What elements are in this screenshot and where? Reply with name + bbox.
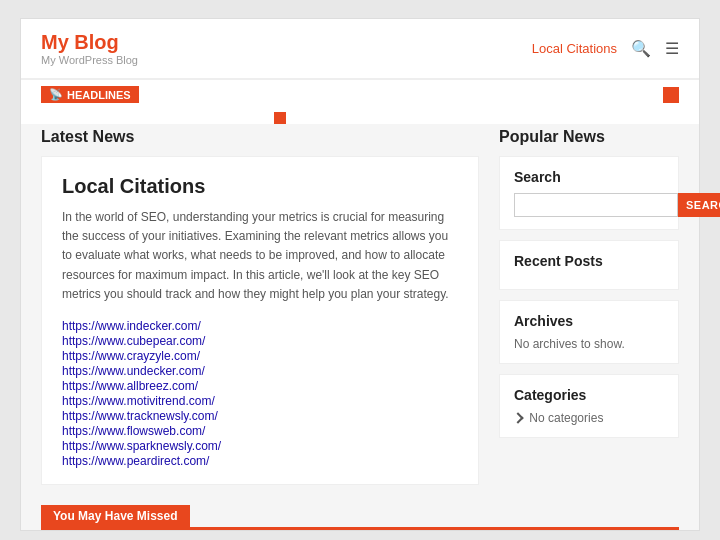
article-link[interactable]: https://www.motivitrend.com/ xyxy=(62,394,215,408)
article-link[interactable]: https://www.crayzyle.com/ xyxy=(62,349,200,363)
categories-text: No categories xyxy=(514,411,664,425)
article-link[interactable]: https://www.allbreez.com/ xyxy=(62,379,198,393)
content-area: Latest News Local Citations In the world… xyxy=(21,128,699,501)
headlines-badge: 📡 HEADLINES xyxy=(41,86,139,103)
article-link[interactable]: https://www.cubepear.com/ xyxy=(62,334,205,348)
site-header: My Blog My WordPress Blog Local Citation… xyxy=(21,19,699,79)
archives-box: Archives No archives to show. xyxy=(499,300,679,364)
popular-news-title: Popular News xyxy=(499,128,679,146)
article-link[interactable]: https://www.sparknewsly.com/ xyxy=(62,439,221,453)
recent-posts-title: Recent Posts xyxy=(514,253,664,269)
recent-posts-box: Recent Posts xyxy=(499,240,679,290)
headlines-right-decoration xyxy=(663,87,679,103)
antenna-icon: 📡 xyxy=(49,88,63,101)
blog-subtitle: My WordPress Blog xyxy=(41,54,138,66)
headlines-label: HEADLINES xyxy=(67,89,131,101)
categories-title: Categories xyxy=(514,387,664,403)
left-column: Latest News Local Citations In the world… xyxy=(41,128,479,485)
chevron-icon xyxy=(512,412,523,423)
orange-divider xyxy=(41,527,679,530)
article-link[interactable]: https://www.peardirect.com/ xyxy=(62,454,209,468)
hamburger-icon[interactable]: ☰ xyxy=(665,39,679,58)
header-branding: My Blog My WordPress Blog xyxy=(41,31,138,66)
bottom-bar: You May Have Missed xyxy=(21,505,699,530)
search-icon[interactable]: 🔍 xyxy=(631,39,651,58)
accent-wrap xyxy=(21,109,699,124)
headlines-bar: 📡 HEADLINES xyxy=(21,79,699,109)
article-card: Local Citations In the world of SEO, und… xyxy=(41,156,479,485)
categories-box: Categories No categories xyxy=(499,374,679,438)
archives-text: No archives to show. xyxy=(514,337,664,351)
article-title: Local Citations xyxy=(62,175,458,198)
latest-news-title: Latest News xyxy=(41,128,479,146)
archives-title: Archives xyxy=(514,313,664,329)
search-row: SEARCH xyxy=(514,193,664,217)
blog-title: My Blog xyxy=(41,31,138,54)
article-link[interactable]: https://www.tracknewsly.com/ xyxy=(62,409,218,423)
you-may-have-missed-label: You May Have Missed xyxy=(41,505,190,527)
header-nav: Local Citations 🔍 ☰ xyxy=(532,39,679,58)
article-body: In the world of SEO, understanding your … xyxy=(62,208,458,304)
local-citations-nav-link[interactable]: Local Citations xyxy=(532,41,617,56)
article-link[interactable]: https://www.flowsweb.com/ xyxy=(62,424,205,438)
categories-label: No categories xyxy=(529,411,603,425)
article-link[interactable]: https://www.undecker.com/ xyxy=(62,364,205,378)
article-link[interactable]: https://www.indecker.com/ xyxy=(62,319,201,333)
accent-square xyxy=(274,112,286,124)
search-title: Search xyxy=(514,169,664,185)
right-column: Popular News Search SEARCH Recent Posts … xyxy=(499,128,679,485)
search-button[interactable]: SEARCH xyxy=(678,193,720,217)
search-box: Search SEARCH xyxy=(499,156,679,230)
article-links: https://www.indecker.com/https://www.cub… xyxy=(62,318,458,468)
search-input[interactable] xyxy=(514,193,678,217)
